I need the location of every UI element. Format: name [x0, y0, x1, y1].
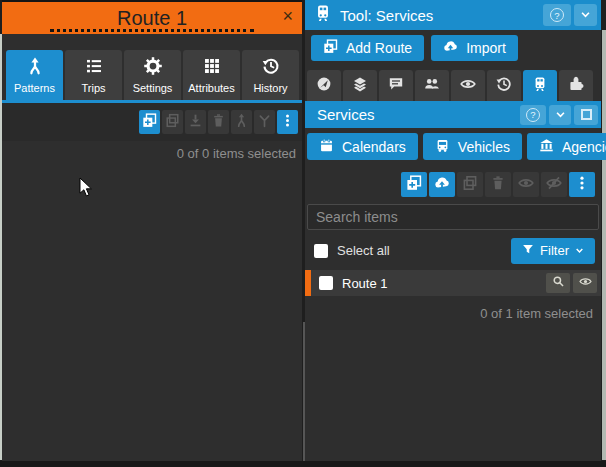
history-icon — [496, 76, 512, 96]
more-items-button[interactable] — [569, 172, 595, 197]
tool-header: Tool: Services ? — [305, 0, 601, 30]
services-help-button[interactable]: ? — [520, 105, 546, 125]
collapse-button[interactable] — [574, 4, 597, 26]
add-pattern-button[interactable] — [139, 110, 160, 134]
hide-item-button[interactable] — [541, 172, 567, 197]
add-route-button[interactable]: Add Route — [311, 35, 424, 61]
select-all-label: Select all — [337, 243, 390, 258]
chevron-down-icon — [575, 243, 584, 258]
fork-icon — [257, 113, 272, 132]
tab-settings[interactable]: Settings — [124, 50, 181, 100]
eye-icon — [460, 76, 476, 96]
trash-icon — [211, 113, 226, 132]
chevron-down-icon — [555, 106, 566, 123]
funnel-icon — [522, 243, 534, 258]
layers-icon — [352, 76, 368, 96]
map-edge-right — [602, 30, 606, 460]
add-icon — [142, 113, 157, 132]
tab-patterns[interactable]: Patterns — [6, 50, 63, 100]
route-title-underline — [50, 29, 254, 32]
tab-label: Patterns — [14, 82, 55, 94]
trash-icon — [490, 175, 506, 195]
item-checkbox[interactable] — [319, 276, 333, 290]
cloud-upload-icon — [434, 175, 450, 195]
services-title: Services — [317, 106, 520, 123]
duplicate-button[interactable] — [162, 110, 183, 134]
expand-icon — [581, 109, 592, 120]
item-name: Route 1 — [342, 276, 543, 291]
app-screen: Route 1 × Patterns Trips Setti — [0, 0, 606, 467]
more-vertical-icon — [280, 113, 295, 132]
bank-icon — [539, 138, 554, 156]
tab-history[interactable]: History — [242, 50, 299, 100]
close-icon[interactable]: × — [282, 6, 293, 28]
duplicate-icon — [462, 175, 478, 195]
comment-icon — [388, 76, 404, 96]
help-button[interactable]: ? — [543, 4, 571, 26]
services-nav-buttons: Calendars Vehicles Agencies — [305, 128, 601, 160]
trash-button[interactable] — [208, 110, 229, 134]
selection-status: 0 of 0 items selected — [177, 146, 296, 161]
tab-label: Trips — [81, 82, 105, 94]
search-input[interactable] — [307, 204, 599, 230]
search-wrap — [305, 197, 601, 230]
duplicate-icon — [165, 113, 180, 132]
tab-attributes[interactable]: Attributes — [183, 50, 240, 100]
nav-tab-map[interactable] — [307, 70, 341, 101]
eye-icon — [518, 175, 534, 195]
eye-icon — [579, 274, 592, 292]
item-visibility-button[interactable] — [573, 273, 597, 293]
calendar-icon — [319, 138, 334, 156]
patterns-merge-icon — [26, 57, 44, 77]
more-options-button[interactable] — [277, 110, 298, 134]
delete-item-button[interactable] — [485, 172, 511, 197]
download-icon — [188, 113, 203, 132]
select-all-checkbox[interactable] — [314, 244, 328, 258]
services-collapse-button[interactable] — [549, 105, 571, 125]
add-icon — [406, 175, 422, 195]
import-label: Import — [466, 40, 506, 56]
gear-icon — [144, 57, 162, 77]
fork-button[interactable] — [254, 110, 275, 134]
agencies-label: Agencies — [562, 139, 606, 155]
transit-icon — [314, 4, 332, 26]
nav-tab-history[interactable] — [487, 70, 521, 101]
nav-tab-comments[interactable] — [379, 70, 413, 101]
help-icon: ? — [526, 108, 540, 122]
merge-icon — [234, 113, 249, 132]
services-expand-button[interactable] — [574, 105, 598, 125]
zoom-to-item-button[interactable] — [546, 273, 570, 293]
import-button[interactable]: Import — [431, 35, 518, 61]
route-list-item[interactable]: Route 1 — [305, 270, 601, 296]
transit-icon — [532, 76, 548, 96]
tab-label: History — [253, 82, 287, 94]
services-toolbar — [305, 172, 601, 197]
tool-services-panel: Tool: Services ? Add Route Import — [305, 0, 601, 461]
show-item-button[interactable] — [513, 172, 539, 197]
items-selection-status: 0 of 1 item selected — [305, 306, 601, 321]
nav-tab-visibility[interactable] — [451, 70, 485, 101]
vehicles-label: Vehicles — [458, 139, 510, 155]
puzzle-icon — [568, 76, 584, 96]
duplicate-item-button[interactable] — [457, 172, 483, 197]
add-item-button[interactable] — [401, 172, 427, 197]
help-icon: ? — [550, 8, 564, 22]
patterns-toolbar — [2, 103, 302, 141]
upload-button[interactable] — [429, 172, 455, 197]
nav-tab-services[interactable] — [523, 70, 557, 101]
magnifier-icon — [552, 274, 565, 292]
tab-label: Settings — [133, 82, 173, 94]
history-icon — [262, 57, 280, 77]
tab-trips[interactable]: Trips — [65, 50, 122, 100]
filter-button[interactable]: Filter — [511, 238, 595, 264]
nav-tab-layers[interactable] — [343, 70, 377, 101]
calendars-button[interactable]: Calendars — [307, 133, 418, 160]
download-button[interactable] — [185, 110, 206, 134]
merge-button[interactable] — [231, 110, 252, 134]
nav-tab-plugins[interactable] — [559, 70, 593, 101]
filter-label: Filter — [540, 243, 569, 258]
calendars-label: Calendars — [342, 139, 406, 155]
agencies-button[interactable]: Agencies — [527, 133, 606, 160]
nav-tab-users[interactable] — [415, 70, 449, 101]
vehicles-button[interactable]: Vehicles — [423, 133, 522, 160]
